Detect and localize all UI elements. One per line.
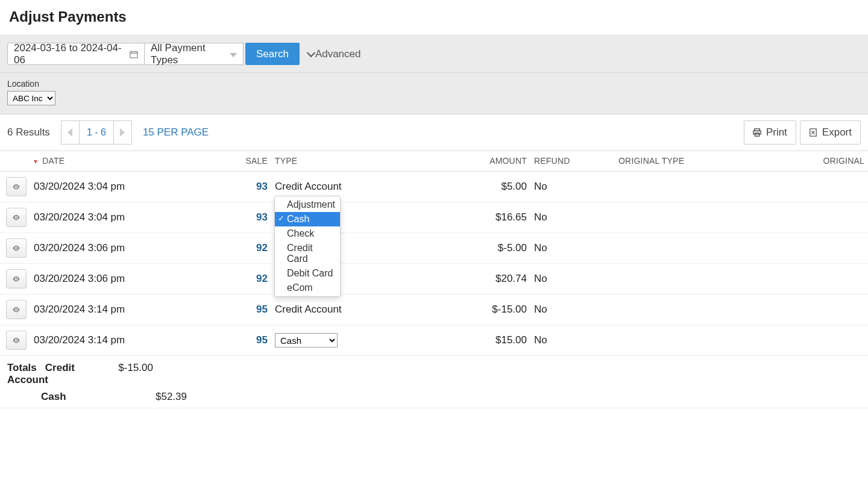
sale-link[interactable]: 95 xyxy=(245,334,268,346)
location-label: Location xyxy=(7,79,861,89)
svg-rect-6 xyxy=(755,133,759,136)
view-row-button[interactable] xyxy=(6,177,27,196)
dropdown-option[interactable]: Credit Card xyxy=(275,241,340,266)
search-button[interactable]: Search xyxy=(245,43,300,65)
svg-point-12 xyxy=(16,309,17,311)
payment-type-value: All Payment Types xyxy=(151,42,230,66)
cell-date: 03/20/2024 3:04 pm xyxy=(30,172,241,202)
dropdown-option[interactable]: Adjustment xyxy=(275,198,340,212)
view-row-button[interactable] xyxy=(6,269,27,288)
totals-label: Cash xyxy=(41,391,136,403)
cell-sale: 95 xyxy=(241,294,271,325)
cell-amount: $20.74 xyxy=(482,264,530,294)
type-dropdown-popup[interactable]: AdjustmentCashCheckCredit CardDebit Card… xyxy=(274,196,341,297)
cell-original xyxy=(747,233,868,264)
cell-original-type xyxy=(615,202,747,233)
sale-link[interactable]: 93 xyxy=(245,211,268,223)
per-page-link[interactable]: 15 PER PAGE xyxy=(143,126,209,139)
cell-sale: 93 xyxy=(241,202,271,233)
date-range-value: 2024-03-16 to 2024-04-06 xyxy=(14,42,125,66)
table-row: 03/20/2024 3:06 pm92$-5.00No xyxy=(0,233,868,264)
sale-link[interactable]: 92 xyxy=(245,273,268,285)
advanced-toggle[interactable]: Advanced xyxy=(308,48,361,60)
col-type[interactable]: TYPE xyxy=(271,151,482,172)
cell-refund: No xyxy=(530,325,615,356)
cell-refund: No xyxy=(530,202,615,233)
table-row: 03/20/2024 3:04 pm93Cash$16.65No xyxy=(0,202,868,233)
payments-table: ▾ DATE SALE TYPE AMOUNT REFUND ORIGINAL … xyxy=(0,151,868,356)
svg-rect-5 xyxy=(753,131,761,134)
results-actions: Print Export xyxy=(744,120,861,145)
date-range-input[interactable]: 2024-03-16 to 2024-04-06 xyxy=(7,43,145,65)
print-label: Print xyxy=(766,126,787,139)
col-refund[interactable]: REFUND xyxy=(530,151,615,172)
calendar-icon xyxy=(130,49,138,59)
table-row: 03/20/2024 3:04 pm93Credit Account$5.00N… xyxy=(0,172,868,202)
view-row-button[interactable] xyxy=(6,300,27,319)
table-row: 03/20/2024 3:06 pm92$20.74No xyxy=(0,264,868,294)
col-eye xyxy=(0,151,30,172)
cell-sale: 92 xyxy=(241,264,271,294)
row-type-select[interactable]: Cash xyxy=(275,333,338,347)
view-row-button[interactable] xyxy=(6,208,27,227)
cell-type: Cash xyxy=(271,325,482,356)
cell-sale: 93 xyxy=(241,172,271,202)
location-select[interactable]: ABC Inc xyxy=(7,91,55,105)
dropdown-option[interactable]: Check xyxy=(275,226,340,241)
svg-point-11 xyxy=(16,278,17,280)
filter-bar: 2024-03-16 to 2024-04-06 All Payment Typ… xyxy=(0,36,868,73)
payment-type-filter[interactable]: All Payment Types xyxy=(145,43,244,65)
sale-link[interactable]: 92 xyxy=(245,242,268,254)
dropdown-option[interactable]: eCom xyxy=(275,281,340,295)
svg-point-10 xyxy=(16,248,17,249)
print-button[interactable]: Print xyxy=(744,120,796,145)
cell-amount: $16.65 xyxy=(482,202,530,233)
svg-point-8 xyxy=(16,186,17,188)
next-page-button[interactable] xyxy=(114,120,132,145)
sale-link[interactable]: 95 xyxy=(245,304,268,316)
pager: 1 - 6 xyxy=(61,120,132,145)
cell-original-type xyxy=(615,294,747,325)
cell-refund: No xyxy=(530,172,615,202)
triangle-right-icon xyxy=(120,128,125,137)
totals-heading: Credit Account xyxy=(7,362,102,386)
cell-original-type xyxy=(615,233,747,264)
col-amount[interactable]: AMOUNT xyxy=(482,151,530,172)
svg-point-13 xyxy=(16,340,17,341)
totals-value: $52.39 xyxy=(145,391,187,403)
cell-amount: $-5.00 xyxy=(482,233,530,264)
svg-rect-0 xyxy=(130,52,137,58)
cell-date: 03/20/2024 3:14 pm xyxy=(30,294,241,325)
table-row: 03/20/2024 3:14 pm95Cash$15.00No xyxy=(0,325,868,356)
chevron-down-icon xyxy=(308,51,314,57)
export-button[interactable]: Export xyxy=(800,120,861,145)
view-row-button[interactable] xyxy=(6,238,27,258)
page-title: Adjust Payments xyxy=(9,8,859,25)
cell-refund: No xyxy=(530,294,615,325)
triangle-left-icon xyxy=(68,128,72,137)
sale-link[interactable]: 93 xyxy=(245,181,268,193)
table-header-row: ▾ DATE SALE TYPE AMOUNT REFUND ORIGINAL … xyxy=(0,151,868,172)
cell-date: 03/20/2024 3:04 pm xyxy=(30,202,241,233)
cell-original-type xyxy=(615,172,747,202)
printer-icon xyxy=(753,126,761,139)
cell-original xyxy=(747,325,868,356)
cell-date: 03/20/2024 3:06 pm xyxy=(30,233,241,264)
page-header: Adjust Payments xyxy=(0,0,868,36)
cell-original xyxy=(747,264,868,294)
cell-sale: 95 xyxy=(241,325,271,356)
advanced-label: Advanced xyxy=(315,48,361,60)
dropdown-option[interactable]: Debit Card xyxy=(275,266,340,281)
view-row-button[interactable] xyxy=(6,331,27,350)
cell-original-type xyxy=(615,264,747,294)
col-original[interactable]: ORIGINAL xyxy=(747,151,868,172)
dropdown-option[interactable]: Cash xyxy=(275,212,340,226)
svg-point-9 xyxy=(16,217,17,219)
cell-refund: No xyxy=(530,264,615,294)
col-sale[interactable]: SALE xyxy=(241,151,271,172)
prev-page-button[interactable] xyxy=(61,120,79,145)
caret-down-icon xyxy=(230,48,237,60)
col-original-type[interactable]: ORIGINAL TYPE xyxy=(615,151,747,172)
col-date[interactable]: ▾ DATE xyxy=(30,151,241,172)
totals-value: $-15.00 xyxy=(111,362,153,386)
